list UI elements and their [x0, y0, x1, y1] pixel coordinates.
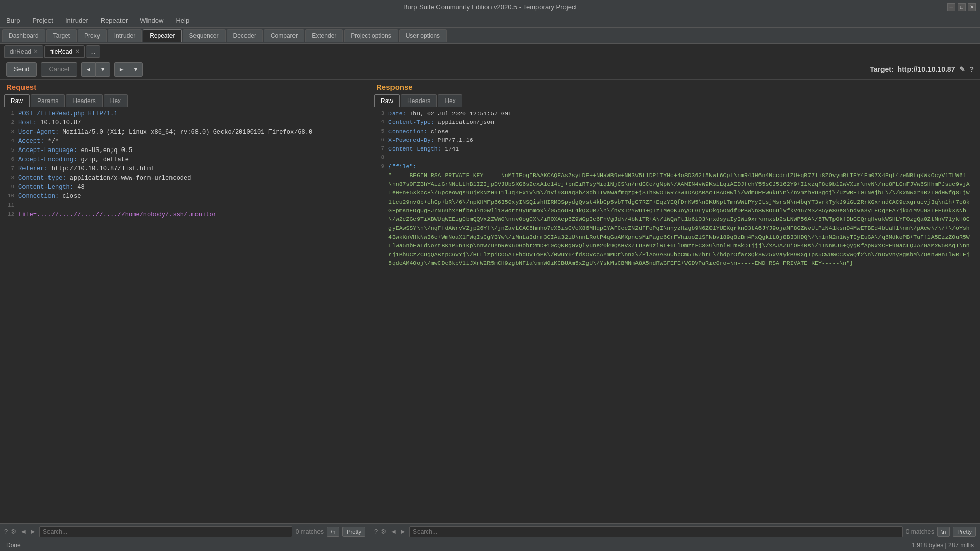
target-info: Target: http://10.10.10.87 ✎ ? — [870, 65, 974, 73]
response-line-6: 6 X-Powered-By: PHP/7.1.16 — [370, 136, 980, 144]
response-tabs: Raw Headers Hex — [370, 94, 980, 107]
nav-next-dropdown[interactable]: ▼ — [129, 62, 143, 77]
request-code-area[interactable]: 1 POST /fileRead.php HTTP/1.1 2 Host: 10… — [0, 107, 370, 523]
toolbar: Send Cancel ◄ ▼ ► ▼ Target: http://10.10… — [0, 59, 980, 80]
tab-comparer[interactable]: Comparer — [264, 29, 304, 42]
top-tab-bar: Dashboard Target Proxy Intruder Repeater… — [0, 28, 980, 44]
repeater-tab-dirread[interactable]: dirRead ✕ — [4, 45, 43, 58]
menu-intruder[interactable]: Intruder — [63, 16, 90, 26]
status-bar: Done 1,918 bytes | 287 millis — [0, 539, 980, 551]
tab-user-options[interactable]: User options — [399, 29, 447, 42]
repeater-tab-fileread[interactable]: fileRead ✕ — [44, 45, 85, 58]
menu-repeater[interactable]: Repeater — [99, 16, 130, 26]
request-panel-header: Request — [0, 80, 370, 94]
request-search-input[interactable] — [39, 526, 292, 537]
repeater-tab-bar: dirRead ✕ fileRead ✕ ... — [0, 44, 980, 59]
status-text: Done — [6, 542, 21, 549]
response-tab-headers[interactable]: Headers — [401, 94, 437, 107]
response-line-10: "-----BEGIN RSA PRIVATE KEY-----\nMIIEog… — [370, 171, 980, 268]
window-title: Burp Suite Community Edition v2020.5 - T… — [403, 3, 577, 11]
response-help-icon[interactable]: ? — [374, 528, 378, 535]
request-settings-icon[interactable]: ⚙ — [11, 528, 17, 535]
response-line-9: 9 {"file": — [370, 162, 980, 171]
menu-window[interactable]: Window — [138, 16, 165, 26]
request-newline-btn[interactable]: \n — [327, 527, 339, 537]
maximize-button[interactable]: □ — [958, 3, 966, 11]
window-controls[interactable]: ─ □ ✕ — [947, 3, 976, 11]
request-tab-raw[interactable]: Raw — [4, 94, 30, 107]
close-button[interactable]: ✕ — [968, 3, 976, 11]
menu-help[interactable]: Help — [174, 16, 191, 26]
more-tabs-button[interactable]: ... — [86, 45, 100, 58]
response-tab-hex[interactable]: Hex — [438, 94, 462, 107]
request-line-2: 2 Host: 10.10.10.87 — [0, 118, 370, 128]
nav-next-button[interactable]: ► — [114, 62, 129, 77]
request-help-icon[interactable]: ? — [4, 528, 8, 535]
menu-project[interactable]: Project — [30, 16, 55, 26]
byte-count: 1,918 bytes | 287 millis — [912, 542, 974, 549]
request-line-10: 10 Connection: close — [0, 192, 370, 201]
cancel-button[interactable]: Cancel — [41, 62, 77, 77]
tab-project-options[interactable]: Project options — [344, 29, 398, 42]
response-newline-btn[interactable]: \n — [937, 527, 950, 537]
tab-extender[interactable]: Extender — [305, 29, 343, 42]
request-tabs: Raw Params Headers Hex — [0, 94, 370, 107]
nav-prev-dropdown[interactable]: ▼ — [95, 62, 110, 77]
nav-prev-button[interactable]: ◄ — [81, 62, 95, 77]
response-panel: Response Raw Headers Hex 3 Date: Thu, 02… — [370, 80, 980, 539]
nav-next-group: ► ▼ — [114, 62, 143, 77]
response-nav-back-icon[interactable]: ◄ — [390, 528, 397, 535]
request-nav-back-icon[interactable]: ◄ — [20, 528, 27, 535]
response-bottom-bar: ? ⚙ ◄ ► 0 matches \n Pretty — [370, 523, 980, 539]
response-code-area[interactable]: 3 Date: Thu, 02 Jul 2020 12:51:57 GMT 4 … — [370, 107, 980, 523]
request-nav-fwd-icon[interactable]: ► — [30, 528, 36, 535]
response-match-count: 0 matches — [906, 528, 934, 535]
tab-decoder[interactable]: Decoder — [227, 29, 263, 42]
request-bottom-bar: ? ⚙ ◄ ► 0 matches \n Pretty — [0, 523, 370, 539]
request-tab-hex[interactable]: Hex — [104, 94, 128, 107]
response-panel-header: Response — [370, 80, 980, 94]
tab-sequencer[interactable]: Sequencer — [183, 29, 226, 42]
response-search-input[interactable] — [409, 526, 903, 537]
request-match-count: 0 matches — [296, 528, 324, 535]
tab-intruder[interactable]: Intruder — [108, 29, 142, 42]
close-fileread-icon[interactable]: ✕ — [75, 48, 79, 54]
response-settings-icon[interactable]: ⚙ — [381, 528, 387, 535]
tab-repeater[interactable]: Repeater — [143, 29, 181, 42]
request-line-12: 12 file=....//....//....//....//home/nob… — [0, 210, 370, 219]
response-line-7: 7 Content-Length: 1741 — [370, 144, 980, 153]
response-nav-fwd-icon[interactable]: ► — [400, 528, 406, 535]
menu-bar: Burp Project Intruder Repeater Window He… — [0, 14, 980, 28]
request-line-5: 5 Accept-Language: en-US,en;q=0.5 — [0, 146, 370, 155]
tab-target[interactable]: Target — [46, 29, 77, 42]
request-line-6: 6 Accept-Encoding: gzip, deflate — [0, 155, 370, 164]
request-pretty-btn[interactable]: Pretty — [342, 527, 365, 537]
request-line-9: 9 Content-Length: 48 — [0, 183, 370, 192]
send-button[interactable]: Send — [6, 62, 37, 77]
menu-burp[interactable]: Burp — [4, 16, 22, 26]
help-target-icon[interactable]: ? — [969, 65, 974, 73]
request-tab-headers[interactable]: Headers — [66, 94, 102, 107]
request-line-4: 4 Accept: */* — [0, 137, 370, 146]
edit-target-icon[interactable]: ✎ — [959, 65, 965, 73]
tab-dashboard[interactable]: Dashboard — [2, 29, 45, 42]
request-line-7: 7 Referer: http://10.10.10.87/list.html — [0, 164, 370, 173]
tab-proxy[interactable]: Proxy — [78, 29, 107, 42]
request-panel: Request Raw Params Headers Hex 1 POST /f… — [0, 80, 370, 539]
minimize-button[interactable]: ─ — [947, 3, 955, 11]
request-line-8: 8 Content-type: application/x-www-form-u… — [0, 173, 370, 183]
target-url: http://10.10.10.87 — [898, 65, 955, 73]
request-tab-params[interactable]: Params — [31, 94, 65, 107]
response-line-5: 5 Connection: close — [370, 127, 980, 136]
request-line-1: 1 POST /fileRead.php HTTP/1.1 — [0, 109, 370, 118]
close-dirread-icon[interactable]: ✕ — [34, 48, 38, 54]
target-label: Target: — [870, 65, 893, 73]
main-content: Request Raw Params Headers Hex 1 POST /f… — [0, 80, 980, 539]
response-tab-raw[interactable]: Raw — [374, 94, 400, 107]
nav-prev-group: ◄ ▼ — [81, 62, 110, 77]
response-line-4: 4 Content-Type: application/json — [370, 118, 980, 127]
response-line-8: 8 — [370, 153, 980, 162]
title-bar: Burp Suite Community Edition v2020.5 - T… — [0, 0, 980, 14]
response-pretty-btn[interactable]: Pretty — [953, 527, 976, 537]
request-line-11: 11 — [0, 201, 370, 210]
